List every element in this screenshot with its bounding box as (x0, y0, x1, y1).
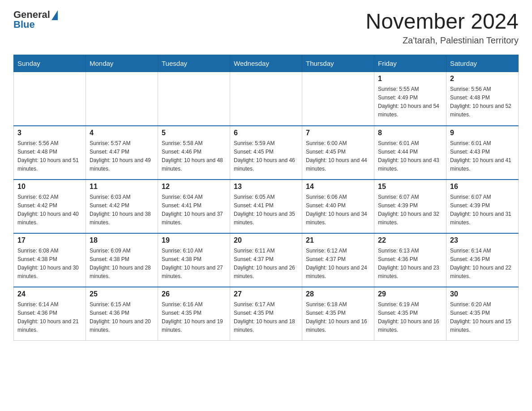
day-number: 12 (162, 183, 226, 191)
day-info: Sunrise: 6:10 AMSunset: 4:38 PMDaylight:… (162, 248, 223, 279)
day-info: Sunrise: 6:14 AMSunset: 4:36 PMDaylight:… (450, 248, 511, 279)
day-info: Sunrise: 5:59 AMSunset: 4:45 PMDaylight:… (234, 140, 295, 172)
day-number: 20 (234, 236, 298, 244)
day-info: Sunrise: 6:09 AMSunset: 4:38 PMDaylight:… (90, 248, 151, 279)
day-number: 23 (450, 236, 515, 244)
day-info: Sunrise: 6:19 AMSunset: 4:35 PMDaylight:… (378, 301, 439, 333)
calendar-table: SundayMondayTuesdayWednesdayThursdayFrid… (13, 55, 519, 341)
calendar-cell (302, 72, 374, 126)
day-header-tuesday: Tuesday (158, 55, 230, 72)
calendar-cell: 27 Sunrise: 6:17 AMSunset: 4:35 PMDaylig… (230, 287, 302, 341)
calendar-cell: 6 Sunrise: 5:59 AMSunset: 4:45 PMDayligh… (230, 126, 302, 180)
day-number: 4 (90, 129, 154, 137)
day-number: 7 (306, 129, 370, 137)
day-number: 21 (306, 236, 370, 244)
calendar-cell: 26 Sunrise: 6:16 AMSunset: 4:35 PMDaylig… (158, 287, 230, 341)
calendar-cell: 9 Sunrise: 6:01 AMSunset: 4:43 PMDayligh… (446, 126, 519, 180)
calendar-week-row: 10 Sunrise: 6:02 AMSunset: 4:42 PMDaylig… (14, 180, 519, 233)
day-number: 24 (17, 290, 82, 298)
calendar-cell (158, 72, 230, 126)
calendar-cell: 19 Sunrise: 6:10 AMSunset: 4:38 PMDaylig… (158, 233, 230, 287)
calendar-cell: 11 Sunrise: 6:03 AMSunset: 4:42 PMDaylig… (86, 180, 158, 233)
page-header: General Blue November 2024 Za'tarah, Pal… (13, 9, 519, 46)
calendar-cell: 5 Sunrise: 5:58 AMSunset: 4:46 PMDayligh… (158, 126, 230, 180)
day-header-friday: Friday (374, 55, 446, 72)
calendar-cell: 13 Sunrise: 6:05 AMSunset: 4:41 PMDaylig… (230, 180, 302, 233)
calendar-cell: 16 Sunrise: 6:07 AMSunset: 4:39 PMDaylig… (446, 180, 519, 233)
day-info: Sunrise: 6:03 AMSunset: 4:42 PMDaylight:… (90, 194, 151, 226)
day-info: Sunrise: 6:02 AMSunset: 4:42 PMDaylight:… (17, 194, 79, 226)
calendar-cell (86, 72, 158, 126)
calendar-week-row: 3 Sunrise: 5:56 AMSunset: 4:48 PMDayligh… (14, 126, 519, 180)
day-info: Sunrise: 6:05 AMSunset: 4:41 PMDaylight:… (234, 194, 295, 226)
day-info: Sunrise: 6:07 AMSunset: 4:39 PMDaylight:… (450, 194, 511, 226)
calendar-cell: 2 Sunrise: 5:56 AMSunset: 4:48 PMDayligh… (446, 72, 519, 126)
day-info: Sunrise: 6:04 AMSunset: 4:41 PMDaylight:… (162, 194, 223, 226)
calendar-cell: 4 Sunrise: 5:57 AMSunset: 4:47 PMDayligh… (86, 126, 158, 180)
day-info: Sunrise: 6:16 AMSunset: 4:35 PMDaylight:… (162, 301, 223, 333)
calendar-cell: 10 Sunrise: 6:02 AMSunset: 4:42 PMDaylig… (14, 180, 86, 233)
day-info: Sunrise: 5:58 AMSunset: 4:46 PMDaylight:… (162, 140, 223, 172)
day-info: Sunrise: 6:07 AMSunset: 4:39 PMDaylight:… (378, 194, 439, 226)
day-number: 2 (450, 75, 515, 83)
day-number: 1 (378, 75, 442, 83)
day-number: 16 (450, 183, 515, 191)
day-number: 17 (17, 236, 82, 244)
day-info: Sunrise: 6:06 AMSunset: 4:40 PMDaylight:… (306, 194, 367, 226)
day-info: Sunrise: 6:17 AMSunset: 4:35 PMDaylight:… (234, 301, 295, 333)
logo-triangle-icon (51, 10, 58, 20)
day-header-monday: Monday (86, 55, 158, 72)
calendar-cell: 15 Sunrise: 6:07 AMSunset: 4:39 PMDaylig… (374, 180, 446, 233)
day-info: Sunrise: 6:11 AMSunset: 4:37 PMDaylight:… (234, 248, 295, 279)
calendar-cell: 24 Sunrise: 6:14 AMSunset: 4:36 PMDaylig… (14, 287, 86, 341)
day-header-saturday: Saturday (446, 55, 519, 72)
calendar-week-row: 17 Sunrise: 6:08 AMSunset: 4:38 PMDaylig… (14, 233, 519, 287)
day-number: 26 (162, 290, 226, 298)
day-info: Sunrise: 6:20 AMSunset: 4:35 PMDaylight:… (450, 301, 511, 333)
calendar-cell: 29 Sunrise: 6:19 AMSunset: 4:35 PMDaylig… (374, 287, 446, 341)
day-number: 5 (162, 129, 226, 137)
month-title: November 2024 (365, 9, 519, 34)
calendar-cell: 22 Sunrise: 6:13 AMSunset: 4:36 PMDaylig… (374, 233, 446, 287)
day-number: 6 (234, 129, 298, 137)
day-info: Sunrise: 5:57 AMSunset: 4:47 PMDaylight:… (90, 140, 151, 172)
day-info: Sunrise: 6:15 AMSunset: 4:36 PMDaylight:… (90, 301, 151, 333)
calendar-cell: 23 Sunrise: 6:14 AMSunset: 4:36 PMDaylig… (446, 233, 519, 287)
logo-blue-text: Blue (13, 19, 35, 30)
day-number: 30 (450, 290, 515, 298)
logo: General Blue (13, 9, 58, 30)
title-section: November 2024 Za'tarah, Palestinian Terr… (365, 9, 519, 46)
day-number: 28 (306, 290, 370, 298)
day-number: 11 (90, 183, 154, 191)
day-number: 13 (234, 183, 298, 191)
day-header-sunday: Sunday (14, 55, 86, 72)
day-info: Sunrise: 5:56 AMSunset: 4:48 PMDaylight:… (450, 86, 511, 118)
calendar-cell: 17 Sunrise: 6:08 AMSunset: 4:38 PMDaylig… (14, 233, 86, 287)
day-number: 18 (90, 236, 154, 244)
day-number: 29 (378, 290, 442, 298)
day-info: Sunrise: 6:01 AMSunset: 4:43 PMDaylight:… (450, 140, 511, 172)
day-info: Sunrise: 5:55 AMSunset: 4:49 PMDaylight:… (378, 86, 439, 118)
day-number: 10 (17, 183, 82, 191)
day-info: Sunrise: 5:56 AMSunset: 4:48 PMDaylight:… (17, 140, 79, 172)
day-number: 25 (90, 290, 154, 298)
day-info: Sunrise: 6:00 AMSunset: 4:45 PMDaylight:… (306, 140, 367, 172)
day-info: Sunrise: 6:14 AMSunset: 4:36 PMDaylight:… (17, 301, 79, 333)
calendar-cell (14, 72, 86, 126)
calendar-cell (230, 72, 302, 126)
day-header-wednesday: Wednesday (230, 55, 302, 72)
day-info: Sunrise: 6:18 AMSunset: 4:35 PMDaylight:… (306, 301, 367, 333)
calendar-cell: 28 Sunrise: 6:18 AMSunset: 4:35 PMDaylig… (302, 287, 374, 341)
calendar-cell: 7 Sunrise: 6:00 AMSunset: 4:45 PMDayligh… (302, 126, 374, 180)
day-info: Sunrise: 6:01 AMSunset: 4:44 PMDaylight:… (378, 140, 439, 172)
day-info: Sunrise: 6:12 AMSunset: 4:37 PMDaylight:… (306, 248, 367, 279)
calendar-cell: 18 Sunrise: 6:09 AMSunset: 4:38 PMDaylig… (86, 233, 158, 287)
day-number: 3 (17, 129, 82, 137)
calendar-cell: 3 Sunrise: 5:56 AMSunset: 4:48 PMDayligh… (14, 126, 86, 180)
calendar-cell: 12 Sunrise: 6:04 AMSunset: 4:41 PMDaylig… (158, 180, 230, 233)
day-info: Sunrise: 6:13 AMSunset: 4:36 PMDaylight:… (378, 248, 439, 279)
calendar-cell: 25 Sunrise: 6:15 AMSunset: 4:36 PMDaylig… (86, 287, 158, 341)
calendar-header-row: SundayMondayTuesdayWednesdayThursdayFrid… (14, 55, 519, 72)
day-number: 22 (378, 236, 442, 244)
day-number: 9 (450, 129, 515, 137)
